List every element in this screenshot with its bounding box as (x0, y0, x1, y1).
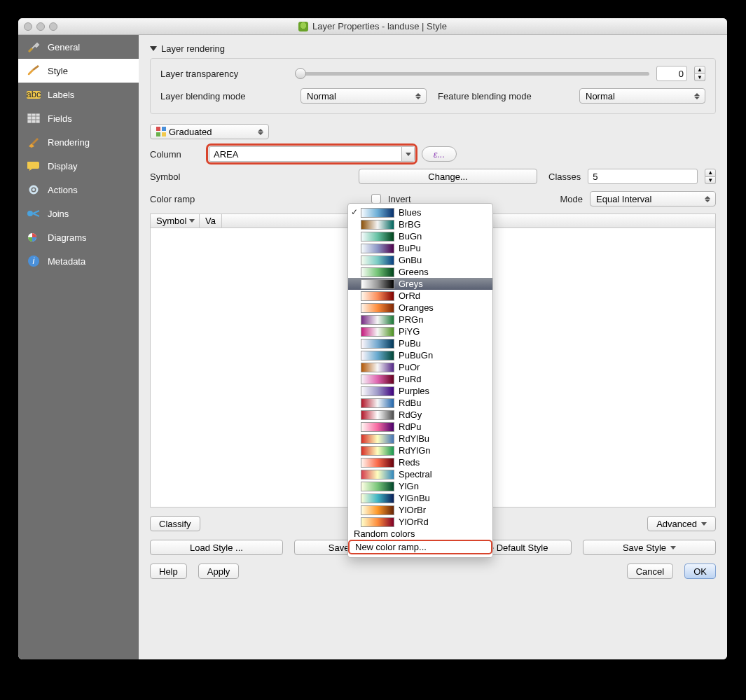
ramp-option-ylgnbu[interactable]: YlGnBu (348, 492, 492, 504)
ramp-option-random[interactable]: Random colors (348, 528, 492, 540)
mode-select[interactable]: Equal Interval (590, 191, 716, 206)
ramp-swatch-icon (361, 482, 394, 491)
ramp-option-label: RdYlBu (399, 433, 429, 444)
sidebar-label: Display (48, 161, 78, 172)
help-button[interactable]: Help (150, 564, 187, 579)
layer-blend-value: Normal (307, 91, 336, 102)
ramp-swatch-icon (361, 267, 394, 277)
color-ramp-menu[interactable]: BluesBrBGBuGnBuPuGnBuGreensGreysOrRdOran… (347, 203, 493, 558)
titlebar: Layer Properties - landuse | Style (18, 18, 727, 35)
transparency-label: Layer transparency (160, 69, 293, 79)
ramp-option-greens[interactable]: Greens (348, 266, 492, 278)
svg-point-8 (32, 188, 35, 191)
layer-rendering-header[interactable]: Layer rendering (150, 43, 716, 54)
ramp-option-label: PiYG (399, 326, 420, 337)
ramp-option-orrd[interactable]: OrRd (348, 290, 492, 302)
layer-blend-select[interactable]: Normal (301, 88, 427, 104)
mode-value: Equal Interval (596, 194, 652, 204)
transparency-slider[interactable] (301, 72, 649, 76)
change-symbol-button[interactable]: Change... (359, 169, 537, 184)
sidebar-item-display[interactable]: Display (18, 154, 139, 178)
svg-rect-15 (156, 132, 160, 136)
ramp-option-label: PuBu (399, 338, 421, 349)
sidebar-item-metadata[interactable]: i Metadata (18, 249, 139, 273)
ramp-option-reds[interactable]: Reds (348, 456, 492, 468)
ramp-option-label: Spectral (399, 469, 432, 479)
save-style-button[interactable]: Save Style (583, 540, 716, 555)
sidebar-item-rendering[interactable]: Rendering (18, 130, 139, 154)
ramp-swatch-icon (361, 351, 394, 360)
sidebar-item-general[interactable]: General (18, 35, 139, 59)
ramp-option-blues[interactable]: Blues (348, 206, 492, 218)
ramp-option-rdylgn[interactable]: RdYlGn (348, 444, 492, 456)
ramp-option-puor[interactable]: PuOr (348, 361, 492, 373)
disclosure-icon (150, 46, 157, 51)
sidebar-item-labels[interactable]: abc Labels (18, 83, 139, 106)
ramp-option-prgn[interactable]: PRGn (348, 314, 492, 326)
ramp-option-label: OrRd (399, 290, 420, 301)
ramp-option-bugn[interactable]: BuGn (348, 230, 492, 242)
ramp-option-purples[interactable]: Purples (348, 385, 492, 397)
ramp-option-oranges[interactable]: Oranges (348, 302, 492, 314)
ramp-option-gnbu[interactable]: GnBu (348, 254, 492, 266)
sidebar-label: Actions (48, 185, 78, 195)
ramp-option-new[interactable]: New color ramp... (350, 541, 491, 553)
ramp-option-pubu[interactable]: PuBu (348, 337, 492, 349)
sidebar-item-diagrams[interactable]: Diagrams (18, 225, 139, 249)
classes-value[interactable] (588, 169, 698, 184)
ramp-option-pubugn[interactable]: PuBuGn (348, 349, 492, 361)
ramp-swatch-icon (361, 255, 394, 265)
brush-icon (27, 64, 41, 77)
load-style-button[interactable]: Load Style ... (150, 540, 283, 555)
expression-button[interactable]: ε... (422, 146, 457, 162)
svg-rect-2 (27, 113, 40, 123)
ramp-option-brbg[interactable]: BrBG (348, 218, 492, 230)
apply-button[interactable]: Apply (198, 564, 240, 579)
ok-button[interactable]: OK (684, 564, 716, 579)
cancel-button[interactable]: Cancel (627, 564, 673, 579)
col-symbol[interactable]: Symbol (151, 214, 200, 227)
classes-label: Classes (548, 172, 581, 182)
column-select[interactable]: AREA (209, 146, 415, 162)
sidebar: General Style abc Labels Fields (18, 35, 139, 659)
epsilon-label: ε... (434, 149, 445, 160)
sidebar-item-fields[interactable]: Fields (18, 106, 139, 130)
ramp-option-spectral[interactable]: Spectral (348, 468, 492, 480)
ramp-option-greys[interactable]: Greys (348, 278, 492, 290)
ramp-option-bupu[interactable]: BuPu (348, 242, 492, 254)
ramp-option-rdpu[interactable]: RdPu (348, 421, 492, 433)
renderer-select[interactable]: Graduated (150, 124, 269, 139)
table-icon (27, 112, 41, 125)
ramp-swatch-icon (361, 470, 394, 479)
ramp-option-piyg[interactable]: PiYG (348, 326, 492, 337)
sidebar-item-style[interactable]: Style (18, 59, 139, 83)
ramp-option-ylgn[interactable]: YlGn (348, 480, 492, 492)
advanced-button[interactable]: Advanced (647, 516, 716, 531)
ramp-swatch-icon (361, 291, 394, 301)
transparency-stepper[interactable]: ▲▼ (694, 66, 705, 81)
feature-blend-label: Feature blending mode (438, 91, 532, 102)
ramp-swatch-icon (361, 303, 394, 313)
classes-stepper[interactable]: ▲▼ (705, 169, 716, 184)
feature-blend-select[interactable]: Normal (579, 88, 705, 104)
ramp-option-label: BuGn (399, 231, 422, 241)
sidebar-item-joins[interactable]: Joins (18, 202, 139, 225)
wrench-icon (27, 41, 41, 53)
ramp-option-label: RdPu (399, 421, 422, 432)
ramp-option-purd[interactable]: PuRd (348, 373, 492, 385)
ramp-swatch-icon (361, 244, 394, 253)
transparency-value[interactable] (656, 66, 687, 81)
sidebar-label: Labels (48, 90, 74, 100)
info-icon: i (27, 255, 41, 267)
classify-button[interactable]: Classify (150, 516, 200, 531)
invert-checkbox[interactable] (371, 194, 381, 204)
sidebar-item-actions[interactable]: Actions (18, 178, 139, 202)
ramp-option-ylorbr[interactable]: YlOrBr (348, 504, 492, 516)
col-value[interactable]: Va (200, 214, 222, 227)
ramp-option-label: RdBu (399, 398, 422, 408)
ramp-swatch-icon (361, 446, 394, 456)
ramp-option-ylorrd[interactable]: YlOrRd (348, 516, 492, 528)
ramp-option-rdbu[interactable]: RdBu (348, 397, 492, 409)
ramp-option-rdgy[interactable]: RdGy (348, 409, 492, 421)
ramp-option-rdylbu[interactable]: RdYlBu (348, 433, 492, 444)
